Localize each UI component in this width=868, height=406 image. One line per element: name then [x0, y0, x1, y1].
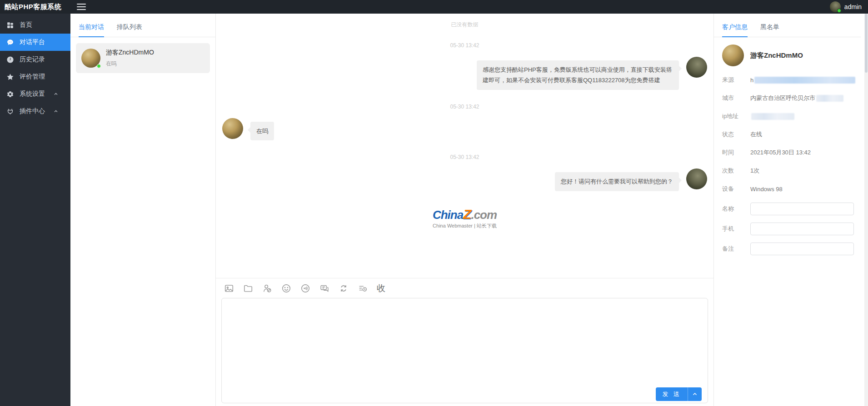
watermark-tagline: China Webmaster | 站长下载 [222, 223, 707, 229]
chevron-up-icon [53, 91, 59, 97]
message-bubble: 您好！请问有什么需要我可以帮助到您的？ [555, 172, 679, 191]
visitor-avatar [81, 49, 100, 68]
app-title: 酷站PHP客服系统 [0, 3, 70, 11]
redacted-source-value [754, 77, 855, 84]
agent-avatar [686, 168, 707, 189]
input-row-phone: 手机 [714, 223, 861, 235]
tab-blacklist[interactable]: 黑名单 [760, 23, 779, 37]
field-device: 设备 Windows 98 [722, 184, 861, 193]
message-bubble: 感谢您支持酷站PHP客服，免费版系统也可以商业使用，直接下载安装搭建即可，如果不… [477, 60, 679, 90]
sidebar-item-history[interactable]: 历史记录 [0, 51, 70, 68]
customer-tabs: 客户信息 黑名单 [714, 14, 861, 37]
chat-panel: 已没有数据 05-30 13:42 感谢您支持酷站PHP客服，免费版系统也可以商… [216, 14, 713, 406]
customer-info-panel: 客户信息 黑名单 游客ZncHDmMO 来源 h 城市 内蒙古自治区呼伦贝尔市 … [713, 14, 868, 406]
conversation-tabs: 当前对话 排队列表 [70, 14, 215, 37]
last-message-preview: 在吗 [106, 60, 154, 68]
visitor-name: 游客ZncHDmMO [106, 49, 154, 57]
sidebar-item-label: 对话平台 [20, 38, 64, 46]
tab-current-chats[interactable]: 当前对话 [79, 23, 104, 37]
message-row: 您好！请问有什么需要我可以帮助到您的？ [222, 168, 707, 191]
user-menu[interactable]: admin [830, 1, 868, 12]
scrollbar-thumb[interactable] [865, 14, 868, 73]
message-scroll-area[interactable]: 已没有数据 05-30 13:42 感谢您支持酷站PHP客服，免费版系统也可以商… [216, 14, 713, 278]
composer-box: 发 送 [221, 298, 708, 403]
sidebar-nav: 首页 对话平台 历史记录 评价管理 系统设置 插件中心 [0, 14, 70, 406]
tab-customer-info[interactable]: 客户信息 [722, 23, 748, 37]
field-source: 来源 h [722, 75, 861, 84]
broadcast-icon[interactable] [300, 283, 310, 293]
field-city: 城市 内蒙古自治区呼伦贝尔市 [722, 94, 861, 103]
send-button[interactable]: 发 送 [656, 387, 702, 401]
menu-toggle-icon[interactable] [77, 4, 86, 10]
composer-toolbar: 收 [216, 278, 713, 298]
loop-refresh-icon[interactable] [339, 283, 349, 293]
message-row: 在吗 [222, 118, 707, 140]
field-status: 状态 在线 [722, 130, 861, 139]
sidebar-item-label: 历史记录 [20, 55, 64, 64]
tab-queue-list[interactable]: 排队列表 [117, 23, 142, 37]
message-timestamp: 05-30 13:42 [222, 154, 707, 160]
online-dot [97, 64, 101, 68]
send-button-label: 发 送 [656, 390, 688, 398]
agent-avatar [686, 57, 707, 78]
customer-name: 游客ZncHDmMO [750, 51, 803, 60]
quick-reply-history-icon[interactable] [358, 283, 368, 293]
customer-remark-input[interactable] [750, 243, 854, 255]
admin-username: admin [844, 3, 862, 10]
message-bubble: 在吗 [250, 122, 274, 140]
message-row: 感谢您支持酷站PHP客服，免费版系统也可以商业使用，直接下载安装搭建即可，如果不… [222, 57, 707, 90]
sidebar-item-label: 系统设置 [20, 90, 53, 98]
chat-icon [6, 39, 14, 46]
conversation-list-panel: 当前对话 排队列表 游客ZncHDmMO 在吗 [70, 14, 216, 406]
chevron-up-icon [53, 109, 59, 114]
sidebar-item-label: 首页 [20, 21, 64, 29]
sidebar-item-settings[interactable]: 系统设置 [0, 85, 70, 103]
sidebar-item-home[interactable]: 首页 [0, 16, 70, 34]
chat-transfer-icon[interactable] [319, 283, 329, 293]
conversation-list-item[interactable]: 游客ZncHDmMO 在吗 [76, 43, 210, 73]
user-block-icon[interactable] [262, 283, 272, 293]
smiley-icon[interactable] [281, 283, 291, 293]
chinaz-watermark-logo: ChinaZ.com China Webmaster | 站长下载 [222, 207, 707, 229]
online-dot [837, 9, 841, 13]
top-header: 酷站PHP客服系统 admin [0, 0, 868, 14]
visitor-avatar [722, 45, 744, 66]
customer-name-input[interactable] [750, 203, 854, 215]
send-options-chevron-up-icon[interactable] [688, 391, 702, 397]
image-icon[interactable] [224, 283, 234, 293]
plugin-icon [6, 108, 14, 115]
customer-phone-input[interactable] [750, 223, 854, 235]
folder-icon[interactable] [243, 283, 253, 293]
star-icon [6, 73, 14, 81]
gear-icon [6, 90, 14, 98]
sidebar-item-chat-platform[interactable]: 对话平台 [0, 34, 70, 51]
message-input[interactable] [222, 298, 708, 371]
redacted-city-tail [816, 95, 843, 102]
home-grid-icon [6, 21, 14, 29]
message-timestamp: 05-30 13:42 [222, 104, 707, 110]
input-row-remark: 备注 [714, 243, 861, 255]
field-time: 时间 2021年05月30日 13:42 [722, 148, 861, 157]
customer-profile: 游客ZncHDmMO [714, 37, 861, 69]
sidebar-item-plugins[interactable]: 插件中心 [0, 103, 70, 120]
customer-fields: 来源 h 城市 内蒙古自治区呼伦贝尔市 ip地址 状态 在线 时间 202 [714, 69, 861, 193]
admin-avatar [830, 1, 841, 12]
field-ip: ip地址 [722, 112, 861, 121]
sidebar-item-label: 评价管理 [20, 73, 64, 81]
sidebar-item-label: 插件中心 [20, 107, 53, 115]
vertical-scrollbar[interactable] [864, 14, 868, 406]
message-timestamp: 05-30 13:42 [222, 42, 707, 49]
input-row-name: 名称 [714, 203, 861, 215]
history-clock-icon [6, 56, 14, 64]
visitor-avatar [222, 118, 243, 139]
collect-icon[interactable]: 收 [377, 282, 385, 294]
redacted-ip-value [751, 113, 794, 120]
no-more-data-text: 已没有数据 [222, 21, 707, 29]
sidebar-item-reviews[interactable]: 评价管理 [0, 68, 70, 85]
field-visit-count: 次数 1次 [722, 166, 861, 175]
